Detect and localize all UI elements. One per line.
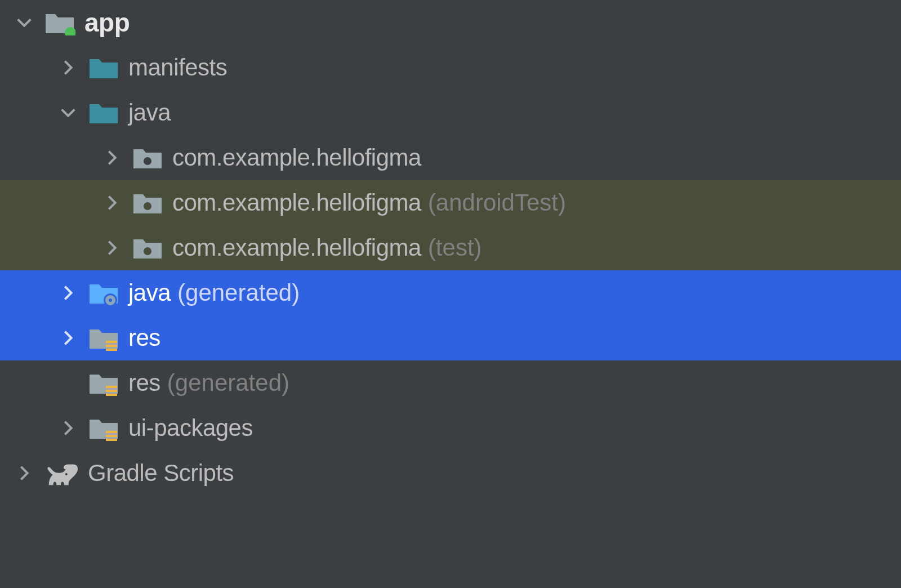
- resources-folder-icon: [88, 415, 119, 441]
- generated-folder-icon: [88, 280, 119, 306]
- folder-icon: [88, 55, 119, 81]
- chevron-right-icon[interactable]: [59, 418, 78, 438]
- tree-item-package-android-test[interactable]: com.example.hellofigma (androidTest): [0, 180, 901, 225]
- tree-item-label: ui-packages: [128, 416, 253, 440]
- tree-item-res-generated[interactable]: res (generated): [0, 360, 901, 406]
- tree-item-suffix: (androidTest): [428, 191, 566, 215]
- project-tree: app manifests java: [0, 0, 901, 496]
- tree-item-label: res: [128, 326, 160, 350]
- resources-folder-icon: [88, 325, 119, 351]
- chevron-right-icon[interactable]: [102, 148, 122, 167]
- tree-item-java-generated[interactable]: java (generated): [0, 270, 901, 315]
- svg-point-3: [144, 247, 151, 255]
- tree-item-res[interactable]: res: [0, 315, 901, 360]
- tree-item-label: com.example.hellofigma: [172, 191, 421, 215]
- svg-point-1: [144, 157, 151, 165]
- tree-item-suffix: (generated): [167, 371, 289, 395]
- tree-item-java[interactable]: java: [0, 90, 901, 135]
- svg-rect-5: [106, 341, 117, 343]
- package-folder-icon: [132, 145, 163, 171]
- gradle-icon: [44, 460, 79, 486]
- svg-rect-10: [106, 394, 117, 396]
- resources-folder-icon: [88, 370, 119, 396]
- svg-rect-13: [106, 439, 117, 441]
- svg-point-2: [144, 202, 151, 210]
- svg-rect-8: [106, 386, 117, 388]
- tree-item-label: res: [128, 371, 160, 395]
- tree-item-label: Gradle Scripts: [88, 461, 234, 485]
- tree-item-label: app: [84, 10, 130, 35]
- svg-rect-11: [106, 431, 117, 433]
- tree-item-gradle-scripts[interactable]: Gradle Scripts: [0, 451, 901, 496]
- tree-item-label: com.example.hellofigma: [172, 236, 421, 260]
- tree-item-label: java: [128, 101, 171, 124]
- package-folder-icon: [132, 190, 163, 216]
- tree-item-package-main[interactable]: com.example.hellofigma: [0, 135, 901, 180]
- folder-icon: [88, 100, 119, 126]
- svg-rect-6: [106, 345, 117, 347]
- tree-item-suffix: (generated): [177, 281, 300, 305]
- svg-rect-7: [106, 349, 117, 351]
- chevron-right-icon[interactable]: [102, 193, 122, 212]
- tree-item-label: com.example.hellofigma: [172, 146, 421, 170]
- tree-item-suffix: (test): [428, 236, 482, 260]
- module-folder-icon: [44, 10, 75, 35]
- svg-rect-9: [106, 390, 117, 392]
- tree-item-ui-packages[interactable]: ui-packages: [0, 406, 901, 451]
- chevron-right-icon[interactable]: [15, 464, 34, 483]
- tree-item-package-test[interactable]: com.example.hellofigma (test): [0, 225, 901, 270]
- chevron-right-icon[interactable]: [59, 283, 78, 302]
- tree-item-manifests[interactable]: manifests: [0, 45, 901, 90]
- tree-item-app[interactable]: app: [0, 0, 901, 45]
- chevron-right-icon[interactable]: [59, 58, 78, 77]
- svg-rect-12: [106, 435, 117, 437]
- tree-item-label: java: [128, 281, 171, 305]
- chevron-right-icon[interactable]: [59, 328, 78, 348]
- chevron-down-icon[interactable]: [15, 13, 34, 32]
- tree-item-label: manifests: [128, 56, 227, 79]
- package-folder-icon: [132, 235, 163, 261]
- chevron-down-icon[interactable]: [59, 103, 78, 122]
- chevron-right-icon[interactable]: [102, 238, 122, 257]
